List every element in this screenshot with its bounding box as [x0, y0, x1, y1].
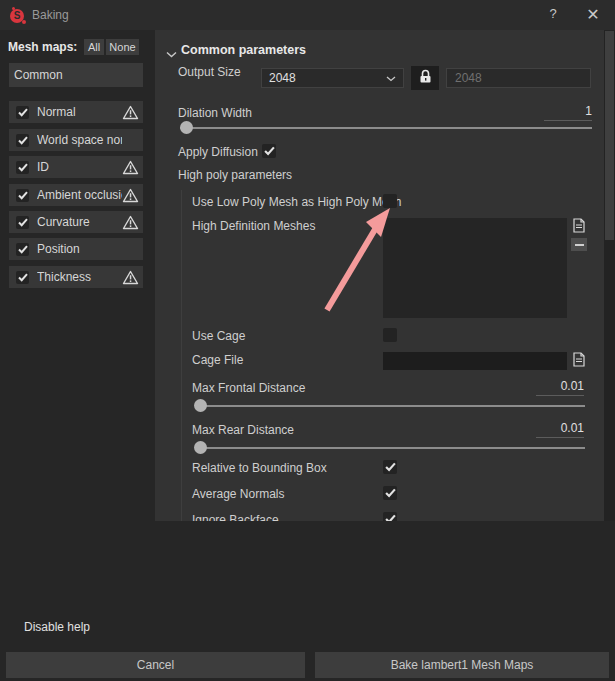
sidebar-item-label: Thickness	[37, 270, 122, 284]
ignore-backface-label: Ignore Backface	[192, 513, 279, 521]
use-low-poly-label: Use Low Poly Mesh as High Poly Mesh	[192, 195, 401, 209]
slider-handle[interactable]	[180, 121, 193, 134]
scrollbar-thumb[interactable]	[605, 31, 614, 240]
sidebar-item-label: World space normal	[37, 133, 122, 147]
remove-mesh-button[interactable]	[571, 238, 587, 251]
sidebar-item-common[interactable]: Common	[9, 63, 143, 87]
browse-cage-file-button[interactable]	[570, 352, 587, 369]
sidebar-item-label: Normal	[37, 105, 122, 119]
checkbox[interactable]	[16, 106, 29, 119]
ignore-backface-checkbox[interactable]	[383, 512, 397, 521]
sidebar-item-id[interactable]: ID	[9, 156, 143, 178]
bake-button[interactable]: Bake lambert1 Mesh Maps	[315, 652, 609, 678]
use-low-poly-checkbox[interactable]	[383, 194, 397, 208]
output-size-dropdown[interactable]: 2048	[261, 68, 404, 88]
sidebar-item-world-space-normal[interactable]: World space normal	[9, 129, 143, 151]
checkbox[interactable]	[16, 134, 29, 147]
dilation-width-label: Dilation Width	[178, 106, 252, 120]
mesh-maps-label: Mesh maps:	[8, 40, 77, 54]
relative-bounding-box-checkbox[interactable]	[383, 460, 397, 474]
checkbox[interactable]	[16, 189, 29, 202]
relative-bounding-box-label: Relative to Bounding Box	[192, 461, 327, 475]
checkbox[interactable]	[16, 243, 29, 256]
sidebar-item-curvature[interactable]: Curvature	[9, 211, 143, 233]
title-bar: S Baking ? ✕	[0, 0, 615, 30]
max-frontal-distance-label: Max Frontal Distance	[192, 381, 305, 395]
close-icon[interactable]: ✕	[583, 5, 603, 25]
average-normals-checkbox[interactable]	[383, 486, 397, 500]
warning-icon	[122, 215, 139, 230]
lock-icon	[419, 69, 432, 87]
select-none-button[interactable]: None	[106, 39, 139, 55]
use-cage-label: Use Cage	[192, 329, 245, 343]
checkbox[interactable]	[16, 216, 29, 229]
high-definition-meshes-label: High Definition Meshes	[192, 219, 315, 233]
group-indent-line	[181, 190, 182, 521]
high-poly-parameters-label: High poly parameters	[178, 168, 292, 182]
warning-icon	[122, 160, 139, 175]
chevron-down-icon[interactable]	[166, 47, 177, 61]
sidebar-item-label: ID	[37, 160, 122, 174]
cancel-button[interactable]: Cancel	[6, 652, 305, 678]
warning-icon	[122, 188, 139, 203]
average-normals-label: Average Normals	[192, 487, 284, 501]
high-definition-meshes-list[interactable]	[383, 218, 567, 318]
cage-file-label: Cage File	[192, 353, 243, 367]
max-rear-distance-slider[interactable]	[197, 447, 585, 449]
warning-icon	[122, 270, 139, 285]
cage-file-field[interactable]	[383, 352, 567, 370]
disable-help-link[interactable]: Disable help	[24, 620, 90, 634]
help-button[interactable]: ?	[543, 6, 563, 24]
sidebar-item-position[interactable]: Position	[9, 238, 143, 260]
sidebar-item-label: Position	[37, 242, 122, 256]
max-rear-distance-label: Max Rear Distance	[192, 423, 294, 437]
sidebar-item-label: Curvature	[37, 215, 122, 229]
max-frontal-distance-slider[interactable]	[197, 405, 585, 407]
browse-file-button[interactable]	[570, 218, 587, 235]
max-frontal-distance-value[interactable]: 0.01	[536, 379, 584, 396]
apply-diffusion-checkbox[interactable]	[262, 144, 276, 158]
sidebar-item-label: Ambient occlusion	[37, 188, 122, 202]
checkbox[interactable]	[16, 161, 29, 174]
section-title[interactable]: Common parameters	[181, 43, 306, 57]
parameters-panel: Common parameters Output Size 2048 2048 …	[155, 30, 604, 521]
use-cage-checkbox[interactable]	[383, 328, 397, 342]
output-size-label: Output Size	[178, 65, 241, 79]
checkbox[interactable]	[16, 271, 29, 284]
slider-handle[interactable]	[194, 399, 207, 412]
substance-logo-icon: S	[10, 7, 27, 24]
sidebar-item-normal[interactable]: Normal	[9, 101, 143, 123]
lock-aspect-button[interactable]	[411, 66, 439, 90]
output-size-value: 2048	[269, 71, 386, 85]
dilation-width-slider[interactable]	[180, 127, 592, 129]
max-rear-distance-value[interactable]: 0.01	[536, 421, 584, 438]
document-icon	[573, 218, 585, 236]
slider-handle[interactable]	[194, 441, 207, 454]
output-size-linked-field[interactable]: 2048	[446, 68, 591, 88]
window-title: Baking	[32, 8, 69, 22]
chevron-down-icon	[386, 71, 396, 85]
sidebar-item-thickness[interactable]: Thickness	[9, 266, 143, 288]
document-icon	[573, 352, 585, 370]
dilation-width-value[interactable]: 1	[544, 104, 592, 121]
apply-diffusion-label: Apply Diffusion	[178, 145, 258, 159]
warning-icon	[122, 105, 139, 120]
select-all-button[interactable]: All	[84, 39, 104, 55]
minus-icon	[575, 244, 584, 246]
sidebar-item-ambient-occlusion[interactable]: Ambient occlusion	[9, 184, 143, 206]
